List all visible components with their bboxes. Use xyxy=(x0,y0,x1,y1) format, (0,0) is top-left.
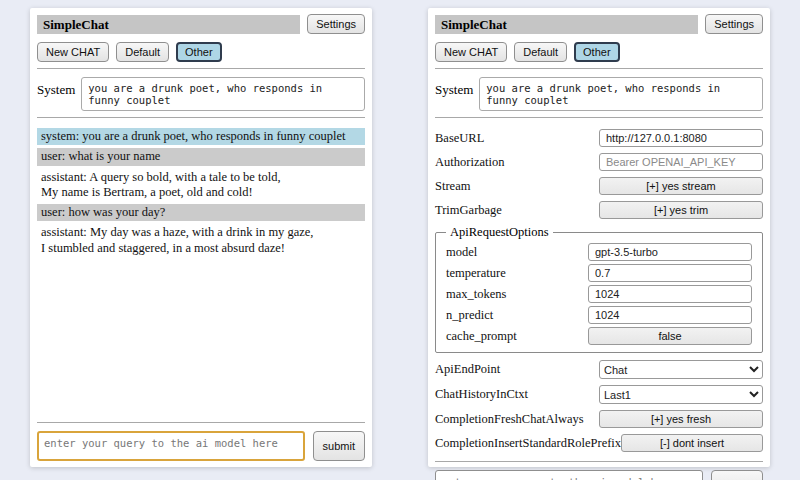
setting-row-stream: Stream [+] yes stream xyxy=(435,177,763,195)
setting-row-authorization: Authorization xyxy=(435,153,763,171)
apiendpoint-select[interactable]: Chat xyxy=(599,360,763,379)
setting-row-completionfreshchatalways: CompletionFreshChatAlways [+] yes fresh xyxy=(435,410,763,428)
setting-label: ApiEndPoint xyxy=(435,362,500,377)
system-prompt-input[interactable]: you are a drunk poet, who responds in fu… xyxy=(81,77,365,111)
system-prompt-input[interactable]: you are a drunk poet, who responds in fu… xyxy=(479,77,763,111)
chat-toolbar: New CHAT Default Other xyxy=(37,42,365,62)
settings-header: SimpleChat Settings xyxy=(435,14,763,34)
divider xyxy=(37,68,365,69)
new-chat-button[interactable]: New CHAT xyxy=(435,42,507,62)
setting-row-completioninsertstandardroleprefix: CompletionInsertStandardRolePrefix [-] d… xyxy=(435,434,763,452)
settings-button[interactable]: Settings xyxy=(307,14,365,34)
app-title: SimpleChat xyxy=(435,15,698,34)
submit-button[interactable]: submit xyxy=(711,470,763,480)
query-row: submit xyxy=(435,470,763,480)
completioninsertstandardroleprefix-toggle-button[interactable]: [-] dont insert xyxy=(621,434,763,452)
setting-label: TrimGarbage xyxy=(435,203,502,218)
system-prompt-row: System you are a drunk poet, who respond… xyxy=(435,77,763,111)
setting-label: model xyxy=(446,245,477,260)
divider xyxy=(37,117,365,118)
divider xyxy=(435,117,763,118)
query-input[interactable] xyxy=(37,431,305,461)
spacer xyxy=(37,257,365,416)
setting-row-chathistoryinctxt: ChatHistoryInCtxt Last1 xyxy=(435,385,763,404)
settings-list: BaseURL Authorization Stream [+] yes str… xyxy=(435,126,763,455)
system-prompt-row: System you are a drunk poet, who respond… xyxy=(37,77,365,111)
chat-message-user: user: what is your name xyxy=(37,148,365,165)
setting-label: ChatHistoryInCtxt xyxy=(435,387,528,402)
app-title: SimpleChat xyxy=(37,15,300,34)
setting-label: BaseURL xyxy=(435,131,484,146)
setting-row-cache-prompt: cache_prompt false xyxy=(446,327,752,345)
setting-row-n-predict: n_predict xyxy=(446,306,752,324)
divider xyxy=(435,461,763,462)
chat-message-user: user: how was your day? xyxy=(37,204,365,221)
setting-row-model: model xyxy=(446,243,752,261)
stream-toggle-button[interactable]: [+] yes stream xyxy=(599,177,763,195)
chat-header: SimpleChat Settings xyxy=(37,14,365,34)
settings-button[interactable]: Settings xyxy=(705,14,763,34)
tab-other[interactable]: Other xyxy=(574,42,620,62)
setting-row-baseurl: BaseURL xyxy=(435,129,763,147)
chat-messages: system: you are a drunk poet, who respon… xyxy=(37,128,365,257)
baseurl-input[interactable] xyxy=(599,129,763,147)
settings-toolbar: New CHAT Default Other xyxy=(435,42,763,62)
system-label: System xyxy=(37,77,75,98)
chat-panel: SimpleChat Settings New CHAT Default Oth… xyxy=(30,8,372,467)
cache-prompt-toggle-button[interactable]: false xyxy=(588,327,752,345)
tab-other[interactable]: Other xyxy=(176,42,222,62)
tab-default[interactable]: Default xyxy=(514,42,567,62)
setting-label: CompletionInsertStandardRolePrefix xyxy=(435,436,621,451)
divider xyxy=(435,68,763,69)
system-label: System xyxy=(435,77,473,98)
setting-row-apiendpoint: ApiEndPoint Chat xyxy=(435,360,763,379)
chat-message-assistant: assistant: A query so bold, with a tale … xyxy=(37,169,365,202)
new-chat-button[interactable]: New CHAT xyxy=(37,42,109,62)
setting-label: n_predict xyxy=(446,308,493,323)
authorization-input[interactable] xyxy=(599,153,763,171)
tab-default[interactable]: Default xyxy=(116,42,169,62)
setting-label: temperature xyxy=(446,266,506,281)
model-input[interactable] xyxy=(588,243,752,261)
chathistoryinctxt-select[interactable]: Last1 xyxy=(599,385,763,404)
chat-message-system: system: you are a drunk poet, who respon… xyxy=(37,128,365,145)
query-row: submit xyxy=(37,431,365,461)
divider xyxy=(37,422,365,423)
api-request-options-legend: ApiRequestOptions xyxy=(446,225,553,240)
setting-label: Stream xyxy=(435,179,470,194)
chat-message-assistant: assistant: My day was a haze, with a dri… xyxy=(37,224,365,257)
trimgarbage-toggle-button[interactable]: [+] yes trim xyxy=(599,201,763,219)
api-request-options-fieldset: ApiRequestOptions model temperature max_… xyxy=(435,225,763,353)
setting-label: Authorization xyxy=(435,155,504,170)
setting-label: max_tokens xyxy=(446,287,506,302)
completionfreshchatalways-toggle-button[interactable]: [+] yes fresh xyxy=(599,410,763,428)
setting-row-temperature: temperature xyxy=(446,264,752,282)
temperature-input[interactable] xyxy=(588,264,752,282)
submit-button[interactable]: submit xyxy=(313,431,365,461)
setting-label: CompletionFreshChatAlways xyxy=(435,412,584,427)
settings-panel: SimpleChat Settings New CHAT Default Oth… xyxy=(428,8,770,467)
setting-label: cache_prompt xyxy=(446,329,517,344)
n-predict-input[interactable] xyxy=(588,306,752,324)
setting-row-max-tokens: max_tokens xyxy=(446,285,752,303)
query-input[interactable] xyxy=(435,470,703,480)
setting-row-trimgarbage: TrimGarbage [+] yes trim xyxy=(435,201,763,219)
max-tokens-input[interactable] xyxy=(588,285,752,303)
